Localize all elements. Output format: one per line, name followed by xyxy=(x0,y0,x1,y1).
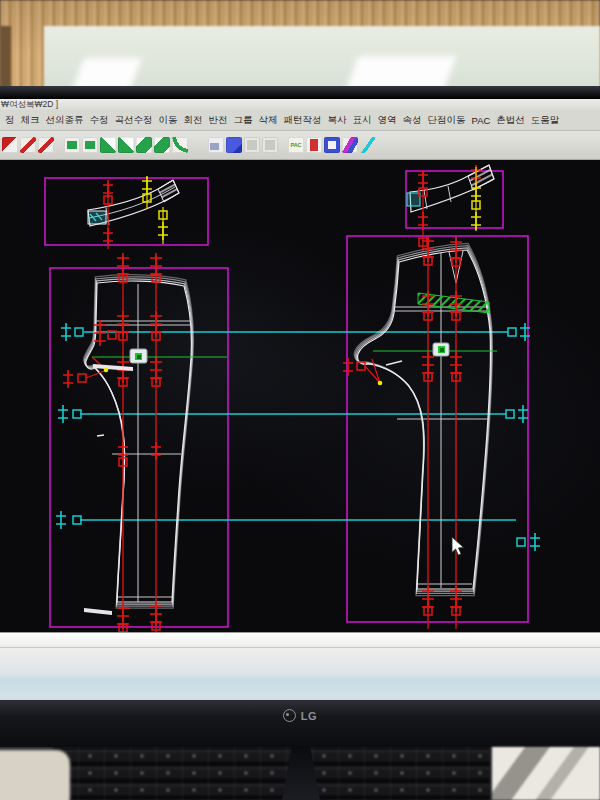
pattern-trace-icon[interactable] xyxy=(342,137,358,153)
menu-item-mirror[interactable]: 반전 xyxy=(209,114,228,127)
red-pencil-icon[interactable] xyxy=(38,137,54,153)
desk-object-left xyxy=(0,750,70,800)
waistband-piece-left[interactable] xyxy=(88,176,179,249)
window-titlebar: ₩여성복₩2D ] xyxy=(0,99,600,110)
menu-item-dimension-line[interactable]: 촌법선 xyxy=(496,114,525,127)
menu-item-region[interactable]: 영역 xyxy=(378,114,397,127)
mouse-cursor xyxy=(452,537,464,555)
green-fold-icon[interactable] xyxy=(100,137,116,153)
cyan-pen-icon[interactable] xyxy=(360,137,376,153)
keyboard xyxy=(52,747,490,800)
green-fold2-icon[interactable] xyxy=(118,137,134,153)
menu-item-pattern-make[interactable]: 패턴작성 xyxy=(284,114,322,127)
ceiling-light-reflection xyxy=(346,56,456,90)
menu-item-check[interactable]: 체크 xyxy=(21,114,40,127)
pac-icon[interactable]: PAC xyxy=(288,137,304,153)
waistband-piece-right[interactable] xyxy=(407,165,494,251)
grain-lines-left-piece xyxy=(94,253,162,632)
red-pen-icon[interactable] xyxy=(20,137,36,153)
menu-item-0[interactable]: 정 xyxy=(5,114,15,127)
blue-outline-icon[interactable] xyxy=(324,137,340,153)
monitor: ₩여성복₩2D ] 정 체크 선의종류 수정 곡선수정 이동 회전 반전 그룹 … xyxy=(0,86,600,747)
menu-item-property[interactable]: 속성 xyxy=(403,114,422,127)
bottom-toolbar-band xyxy=(0,632,600,699)
pattern-canvas[interactable] xyxy=(0,160,600,632)
green-curve-icon[interactable] xyxy=(172,137,188,153)
menu-item-group[interactable]: 그룹 xyxy=(234,114,253,127)
menu-item-move[interactable]: 이동 xyxy=(159,114,178,127)
screen: ₩여성복₩2D ] 정 체크 선의종류 수정 곡선수정 이동 회전 반전 그룹 … xyxy=(0,99,600,700)
menu-item-curve-edit[interactable]: 곡선수정 xyxy=(115,114,153,127)
toolbar: PAC xyxy=(0,131,600,160)
blue-fill-icon[interactable] xyxy=(226,137,242,153)
wall-dark-slat xyxy=(0,26,11,92)
monitor-bottom-bezel: LG xyxy=(0,700,600,747)
statusband-ridge xyxy=(0,633,600,648)
menu-item-pac[interactable]: PAC xyxy=(472,115,491,126)
photo-of-monitor: ₩여성복₩2D ] 정 체크 선의종류 수정 곡선수정 이동 회전 반전 그룹 … xyxy=(0,0,600,800)
lg-circle-icon xyxy=(283,709,296,722)
menu-item-copy[interactable]: 복사 xyxy=(328,114,347,127)
menu-item-help[interactable]: 도움말 xyxy=(531,114,560,127)
lg-logo: LG xyxy=(0,709,600,722)
blue-square-icon[interactable] xyxy=(208,137,224,153)
lg-brand-text: LG xyxy=(301,710,317,722)
menu-item-delete[interactable]: 삭제 xyxy=(259,114,278,127)
measure-line-left[interactable] xyxy=(92,349,227,363)
menu-item-display[interactable]: 표시 xyxy=(353,114,372,127)
green-piece-icon[interactable] xyxy=(136,137,152,153)
red-document-icon[interactable] xyxy=(306,137,322,153)
menu-item-line-type[interactable]: 선의종류 xyxy=(46,114,84,127)
green-piece2-icon[interactable] xyxy=(154,137,170,153)
green-block2-icon[interactable] xyxy=(82,137,98,153)
menu-item-rotate[interactable]: 회전 xyxy=(184,114,203,127)
desk-object-right xyxy=(492,747,600,800)
menu-item-point-move[interactable]: 단점이동 xyxy=(428,114,466,127)
green-block-icon[interactable] xyxy=(64,137,80,153)
selection-highlight xyxy=(407,193,420,206)
menu-bar: 정 체크 선의종류 수정 곡선수정 이동 회전 반전 그룹 삭제 패턴작성 복사… xyxy=(0,110,600,131)
gray-square2-icon[interactable] xyxy=(262,137,278,153)
monitor-top-bezel xyxy=(0,86,600,99)
grain-lines-right-piece xyxy=(422,236,462,629)
gray-square-icon[interactable] xyxy=(244,137,260,153)
window-title: ₩여성복₩2D ] xyxy=(1,99,58,109)
menu-item-edit[interactable]: 수정 xyxy=(90,114,109,127)
selection-highlight xyxy=(88,211,106,224)
pattern-drawing xyxy=(0,160,600,632)
select-arrow-icon[interactable] xyxy=(2,137,18,153)
measure-line-right[interactable] xyxy=(373,343,497,356)
